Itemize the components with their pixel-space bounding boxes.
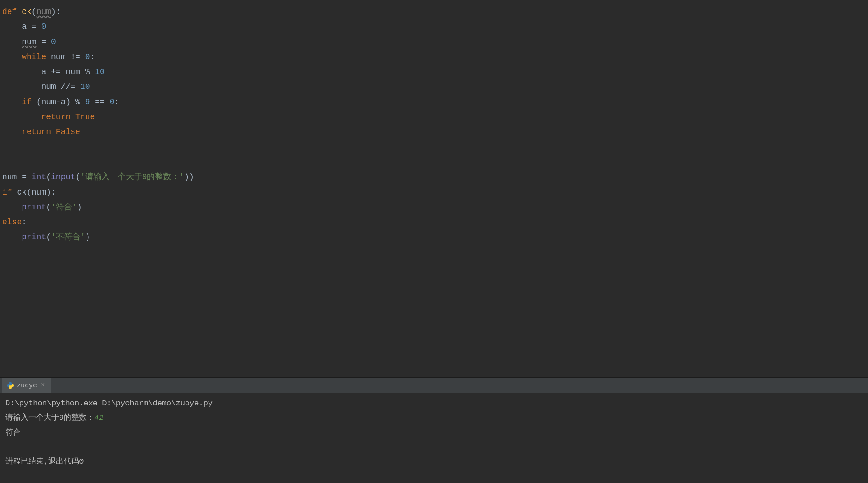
terminal-line — [5, 440, 863, 455]
terminal-line: 符合 — [5, 426, 863, 440]
code-line[interactable]: print('符合') — [2, 200, 866, 215]
terminal-line: 请输入一个大于9的整数：42 — [5, 411, 863, 425]
code-line[interactable]: return True — [2, 110, 866, 125]
run-tab-label: zuoye — [17, 382, 37, 390]
terminal-line: D:\python\python.exe D:\pycharm\demo\zuo… — [5, 396, 863, 411]
code-editor[interactable]: def ck(num): a = 0 num = 0 while num != … — [0, 0, 868, 377]
code-line[interactable]: while num != 0: — [2, 50, 866, 65]
code-line[interactable]: num = 0 — [2, 35, 866, 50]
terminal-line: 进程已结束,退出代码0 — [5, 455, 863, 469]
code-line[interactable]: print('不符合') — [2, 230, 866, 245]
run-tab-bar: zuoye × — [0, 378, 868, 393]
run-tab[interactable]: zuoye × — [2, 378, 51, 393]
code-line[interactable]: if (num-a) % 9 == 0: — [2, 95, 866, 110]
close-icon[interactable]: × — [40, 381, 46, 390]
code-line[interactable]: num = int(input('请输入一个大于9的整数：')) — [2, 170, 866, 185]
code-line[interactable]: num //= 10 — [2, 79, 866, 94]
code-line[interactable]: a = 0 — [2, 19, 866, 34]
terminal-output[interactable]: D:\python\python.exe D:\pycharm\demo\zuo… — [0, 393, 868, 483]
code-line[interactable] — [2, 140, 866, 155]
code-line[interactable]: return False — [2, 125, 866, 139]
code-line[interactable]: else: — [2, 215, 866, 230]
code-line[interactable] — [2, 155, 866, 170]
code-line[interactable]: def ck(num): — [2, 5, 866, 19]
python-icon — [7, 382, 14, 389]
code-line[interactable]: a += num % 10 — [2, 65, 866, 79]
code-line[interactable]: if ck(num): — [2, 185, 866, 200]
